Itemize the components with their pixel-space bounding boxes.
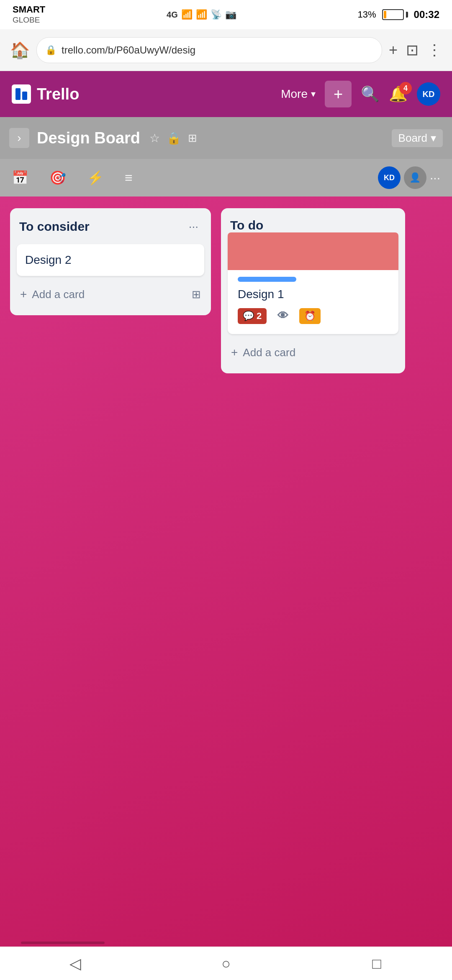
expand-sidebar-button[interactable]: › bbox=[9, 128, 29, 148]
member-avatar-2[interactable]: 👤 bbox=[404, 166, 426, 189]
browser-actions: + ⊡ ⋮ bbox=[389, 41, 442, 59]
add-card-plus-icon-2: + bbox=[231, 346, 238, 359]
trello-app-name: Trello bbox=[37, 85, 79, 103]
comment-count: 2 bbox=[257, 311, 262, 322]
comments-badge: 💬 2 bbox=[238, 308, 267, 324]
add-card-label-2: Add a card bbox=[243, 346, 295, 359]
list-to-do: To do Design 1 💬 2 👁 ⏰ bbox=[221, 208, 405, 373]
scroll-indicator bbox=[21, 942, 105, 944]
list-menu-button-to-consider[interactable]: ··· bbox=[185, 218, 202, 235]
signal-bars-icon: 📶 bbox=[181, 9, 193, 20]
board-header: › Design Board ☆ 🔒 ⊞ Board ▾ bbox=[0, 117, 452, 159]
comment-icon: 💬 bbox=[243, 311, 254, 322]
search-button[interactable]: 🔍 bbox=[361, 85, 380, 103]
home-button[interactable]: ○ bbox=[205, 951, 247, 976]
more-label: More bbox=[281, 87, 308, 101]
calendar-icon[interactable]: 📅 bbox=[12, 170, 28, 186]
network-type: GLOBE bbox=[13, 15, 45, 25]
due-date-badge: ⏰ bbox=[299, 308, 321, 324]
recents-button[interactable]: □ bbox=[356, 951, 398, 976]
avatar-initials: KD bbox=[423, 89, 435, 99]
secure-icon: 🔒 bbox=[45, 45, 56, 56]
card-label-bar bbox=[238, 277, 296, 282]
trello-navbar: Trello More ▾ + 🔍 🔔 4 KD bbox=[0, 71, 452, 117]
trello-logo-icon bbox=[12, 84, 31, 104]
trello-nav-right: More ▾ + 🔍 🔔 4 KD bbox=[281, 81, 440, 107]
list-to-consider: To consider ··· Design 2 + Add a card ⊞ bbox=[10, 208, 211, 315]
star-icon[interactable]: ☆ bbox=[149, 131, 160, 145]
add-card-plus-icon: + bbox=[20, 288, 27, 301]
more-button[interactable]: More ▾ bbox=[281, 87, 316, 101]
add-card-template-icon[interactable]: ⊞ bbox=[192, 288, 201, 301]
board-title: Design Board bbox=[37, 129, 140, 147]
list-header-to-do: To do bbox=[228, 217, 398, 234]
list-title-to-do: To do bbox=[230, 218, 263, 232]
member-avatar-icon: 👤 bbox=[409, 172, 421, 183]
trello-logo[interactable]: Trello bbox=[12, 84, 79, 104]
browser-bar: 🏠 🔒 trello.com/b/P60aUwyW/desig + ⊡ ⋮ bbox=[0, 29, 452, 71]
add-card-button-to-consider[interactable]: + Add a card ⊞ bbox=[17, 282, 204, 307]
chevron-right-icon: › bbox=[17, 131, 21, 145]
notification-badge: 4 bbox=[399, 82, 412, 94]
board-toolbar: 📅 🎯 ⚡ ≡ KD 👤 ··· bbox=[0, 159, 452, 197]
board-header-actions: ☆ 🔒 ⊞ bbox=[149, 131, 197, 145]
member-avatar-kd[interactable]: KD bbox=[378, 166, 401, 189]
card-design-2[interactable]: Design 2 bbox=[17, 244, 204, 276]
more-members-button[interactable]: ··· bbox=[430, 171, 440, 185]
filter-icon[interactable]: ≡ bbox=[125, 170, 133, 186]
view-selector[interactable]: Board ▾ bbox=[392, 129, 443, 147]
battery-icon bbox=[382, 9, 408, 20]
add-card-label: Add a card bbox=[32, 288, 85, 301]
card-title-design-1: Design 1 bbox=[238, 288, 284, 301]
view-label: Board bbox=[398, 132, 427, 145]
card-badges-design-1: 💬 2 👁 ⏰ bbox=[238, 307, 388, 325]
list-title-to-consider: To consider bbox=[19, 219, 90, 234]
battery-percent: 13% bbox=[358, 9, 376, 20]
wifi-icon: 📡 bbox=[211, 9, 222, 20]
card-design-1[interactable]: Design 1 💬 2 👁 ⏰ bbox=[228, 232, 398, 334]
back-button[interactable]: ◁ bbox=[54, 951, 96, 976]
add-button[interactable]: + bbox=[325, 81, 352, 107]
add-tab-button[interactable]: + bbox=[389, 41, 398, 59]
notifications-button[interactable]: 🔔 4 bbox=[389, 85, 408, 103]
member-kd-initials: KD bbox=[384, 174, 395, 182]
watch-badge: 👁 bbox=[272, 307, 293, 325]
bottom-nav: ◁ ○ □ bbox=[0, 947, 452, 980]
clock-icon: ⏰ bbox=[304, 311, 316, 322]
browser-home-icon[interactable]: 🏠 bbox=[10, 41, 30, 59]
status-right: 13% 00:32 bbox=[358, 9, 439, 20]
address-bar[interactable]: 🔒 trello.com/b/P60aUwyW/desig bbox=[36, 37, 382, 63]
time-display: 00:32 bbox=[414, 9, 439, 20]
chevron-down-icon: ▾ bbox=[311, 89, 316, 100]
url-text: trello.com/b/P60aUwyW/desig bbox=[62, 44, 195, 56]
card-title-design-2: Design 2 bbox=[25, 253, 72, 266]
signal-bars2-icon: 📶 bbox=[196, 9, 207, 20]
status-bar: SMART GLOBE 4G 📶 📶 📡 📷 13% 00:32 bbox=[0, 0, 452, 29]
signal-4g-icon: 4G bbox=[167, 10, 178, 20]
add-card-button-to-do[interactable]: + Add a card bbox=[228, 340, 398, 365]
user-avatar[interactable]: KD bbox=[417, 82, 440, 106]
camera-icon: 📷 bbox=[225, 9, 236, 20]
browser-menu-button[interactable]: ⋮ bbox=[427, 41, 442, 59]
view-chevron-icon: ▾ bbox=[431, 132, 436, 145]
signal-icons: 4G 📶 📶 📡 📷 bbox=[167, 9, 236, 20]
tabs-button[interactable]: ⊡ bbox=[406, 41, 419, 59]
lightning-icon[interactable]: ⚡ bbox=[87, 170, 104, 186]
eye-icon: 👁 bbox=[277, 309, 288, 322]
list-header-to-consider: To consider ··· bbox=[17, 217, 204, 237]
board-canvas: To consider ··· Design 2 + Add a card ⊞ … bbox=[0, 197, 452, 947]
carrier-info: SMART GLOBE bbox=[13, 4, 45, 25]
card-cover-design-1 bbox=[228, 232, 398, 270]
analytics-icon[interactable]: ⊞ bbox=[188, 132, 197, 145]
board-members: KD 👤 ··· bbox=[378, 166, 440, 189]
carrier-name: SMART bbox=[13, 4, 45, 15]
automation-icon[interactable]: 🎯 bbox=[49, 170, 66, 186]
plus-icon: + bbox=[334, 85, 343, 103]
lock-icon[interactable]: 🔒 bbox=[167, 131, 181, 145]
